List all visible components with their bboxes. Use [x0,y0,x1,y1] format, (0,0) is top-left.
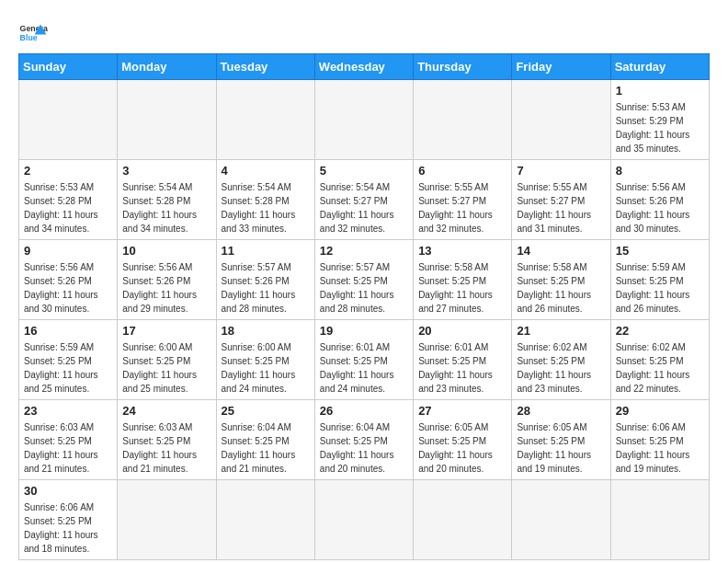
calendar-cell: 3Sunrise: 5:54 AM Sunset: 5:28 PM Daylig… [118,160,216,240]
calendar-week-row: 1Sunrise: 5:53 AM Sunset: 5:29 PM Daylig… [19,80,710,160]
day-info: Sunrise: 6:06 AM Sunset: 5:25 PM Dayligh… [24,500,112,556]
day-number: 10 [122,244,210,258]
calendar-cell: 10Sunrise: 5:56 AM Sunset: 5:26 PM Dayli… [118,240,216,320]
day-number: 15 [616,244,704,258]
day-number: 26 [320,404,408,418]
calendar-cell: 2Sunrise: 5:53 AM Sunset: 5:28 PM Daylig… [19,160,118,240]
day-number: 25 [222,404,310,418]
day-info: Sunrise: 6:00 AM Sunset: 5:25 PM Dayligh… [222,340,310,396]
day-header-thursday: Thursday [414,54,512,80]
calendar-cell [610,480,709,560]
day-header-wednesday: Wednesday [314,54,413,80]
calendar-cell [512,480,610,560]
day-number: 20 [418,324,506,338]
day-number: 19 [320,324,408,338]
calendar-cell: 18Sunrise: 6:00 AM Sunset: 5:25 PM Dayli… [216,320,314,400]
calendar-cell: 20Sunrise: 6:01 AM Sunset: 5:25 PM Dayli… [414,320,512,400]
calendar-cell: 7Sunrise: 5:55 AM Sunset: 5:27 PM Daylig… [512,160,610,240]
calendar-cell: 16Sunrise: 5:59 AM Sunset: 5:25 PM Dayli… [19,320,118,400]
day-info: Sunrise: 5:58 AM Sunset: 5:25 PM Dayligh… [418,260,506,316]
calendar-cell: 21Sunrise: 6:02 AM Sunset: 5:25 PM Dayli… [512,320,610,400]
day-info: Sunrise: 5:54 AM Sunset: 5:27 PM Dayligh… [320,180,408,236]
day-number: 8 [616,164,704,178]
calendar-cell: 11Sunrise: 5:57 AM Sunset: 5:26 PM Dayli… [216,240,314,320]
day-info: Sunrise: 5:54 AM Sunset: 5:28 PM Dayligh… [222,180,310,236]
calendar-cell: 8Sunrise: 5:56 AM Sunset: 5:26 PM Daylig… [610,160,709,240]
day-info: Sunrise: 5:53 AM Sunset: 5:29 PM Dayligh… [616,100,704,155]
day-number: 2 [24,164,112,178]
calendar-cell: 29Sunrise: 6:06 AM Sunset: 5:25 PM Dayli… [610,400,709,480]
calendar-cell: 30Sunrise: 6:06 AM Sunset: 5:25 PM Dayli… [19,480,118,560]
day-info: Sunrise: 6:03 AM Sunset: 5:25 PM Dayligh… [24,420,112,476]
day-info: Sunrise: 6:02 AM Sunset: 5:25 PM Dayligh… [517,340,605,396]
day-info: Sunrise: 5:57 AM Sunset: 5:25 PM Dayligh… [320,260,408,316]
day-number: 27 [418,404,506,418]
calendar-cell [19,80,118,160]
calendar-cell: 14Sunrise: 5:58 AM Sunset: 5:25 PM Dayli… [512,240,610,320]
day-info: Sunrise: 6:01 AM Sunset: 5:25 PM Dayligh… [418,340,506,396]
day-header-sunday: Sunday [19,54,118,80]
calendar-cell [314,80,413,160]
day-number: 28 [517,404,605,418]
calendar-cell: 1Sunrise: 5:53 AM Sunset: 5:29 PM Daylig… [610,80,709,160]
day-number: 24 [122,404,210,418]
calendar-cell [216,80,314,160]
calendar-cell [118,480,216,560]
day-info: Sunrise: 6:01 AM Sunset: 5:25 PM Dayligh… [320,340,408,396]
day-info: Sunrise: 5:59 AM Sunset: 5:25 PM Dayligh… [24,340,112,396]
calendar-cell: 17Sunrise: 6:00 AM Sunset: 5:25 PM Dayli… [118,320,216,400]
day-number: 16 [24,324,112,338]
day-number: 18 [222,324,310,338]
calendar-cell: 9Sunrise: 5:56 AM Sunset: 5:26 PM Daylig… [19,240,118,320]
calendar-cell: 24Sunrise: 6:03 AM Sunset: 5:25 PM Dayli… [118,400,216,480]
day-number: 21 [517,324,605,338]
calendar-week-row: 2Sunrise: 5:53 AM Sunset: 5:28 PM Daylig… [19,160,710,240]
day-number: 13 [418,244,506,258]
calendar-cell: 23Sunrise: 6:03 AM Sunset: 5:25 PM Dayli… [19,400,118,480]
day-header-monday: Monday [118,54,216,80]
day-info: Sunrise: 5:56 AM Sunset: 5:26 PM Dayligh… [616,180,704,236]
day-number: 14 [517,244,605,258]
day-number: 9 [24,244,112,258]
day-number: 3 [122,164,210,178]
calendar-cell: 13Sunrise: 5:58 AM Sunset: 5:25 PM Dayli… [414,240,512,320]
day-info: Sunrise: 6:02 AM Sunset: 5:25 PM Dayligh… [616,340,704,396]
calendar-cell [118,80,216,160]
day-info: Sunrise: 5:56 AM Sunset: 5:26 PM Dayligh… [24,260,112,316]
header: General Blue [18,15,710,48]
day-header-friday: Friday [512,54,610,80]
calendar-cell: 26Sunrise: 6:04 AM Sunset: 5:25 PM Dayli… [314,400,413,480]
day-number: 12 [320,244,408,258]
day-number: 17 [122,324,210,338]
day-info: Sunrise: 6:04 AM Sunset: 5:25 PM Dayligh… [320,420,408,476]
calendar-cell [512,80,610,160]
calendar-week-row: 16Sunrise: 5:59 AM Sunset: 5:25 PM Dayli… [19,320,710,400]
day-number: 5 [320,164,408,178]
calendar-cell: 6Sunrise: 5:55 AM Sunset: 5:27 PM Daylig… [414,160,512,240]
day-info: Sunrise: 6:00 AM Sunset: 5:25 PM Dayligh… [122,340,210,396]
day-info: Sunrise: 5:55 AM Sunset: 5:27 PM Dayligh… [418,180,506,236]
day-number: 23 [24,404,112,418]
day-info: Sunrise: 5:54 AM Sunset: 5:28 PM Dayligh… [122,180,210,236]
day-number: 4 [222,164,310,178]
day-number: 6 [418,164,506,178]
calendar-cell: 4Sunrise: 5:54 AM Sunset: 5:28 PM Daylig… [216,160,314,240]
day-info: Sunrise: 6:05 AM Sunset: 5:25 PM Dayligh… [418,420,506,476]
day-info: Sunrise: 5:55 AM Sunset: 5:27 PM Dayligh… [517,180,605,236]
calendar-cell [314,480,413,560]
day-number: 1 [616,84,704,98]
logo-icon: General Blue [18,18,48,48]
logo: General Blue [18,18,48,48]
day-info: Sunrise: 6:03 AM Sunset: 5:25 PM Dayligh… [122,420,210,476]
calendar-cell: 25Sunrise: 6:04 AM Sunset: 5:25 PM Dayli… [216,400,314,480]
day-number: 22 [616,324,704,338]
calendar-cell: 28Sunrise: 6:05 AM Sunset: 5:25 PM Dayli… [512,400,610,480]
calendar-cell: 5Sunrise: 5:54 AM Sunset: 5:27 PM Daylig… [314,160,413,240]
calendar-cell [414,480,512,560]
day-info: Sunrise: 5:58 AM Sunset: 5:25 PM Dayligh… [517,260,605,316]
day-number: 30 [24,484,112,498]
day-number: 11 [222,244,310,258]
day-number: 7 [517,164,605,178]
calendar-cell: 22Sunrise: 6:02 AM Sunset: 5:25 PM Dayli… [610,320,709,400]
day-info: Sunrise: 6:06 AM Sunset: 5:25 PM Dayligh… [616,420,704,476]
